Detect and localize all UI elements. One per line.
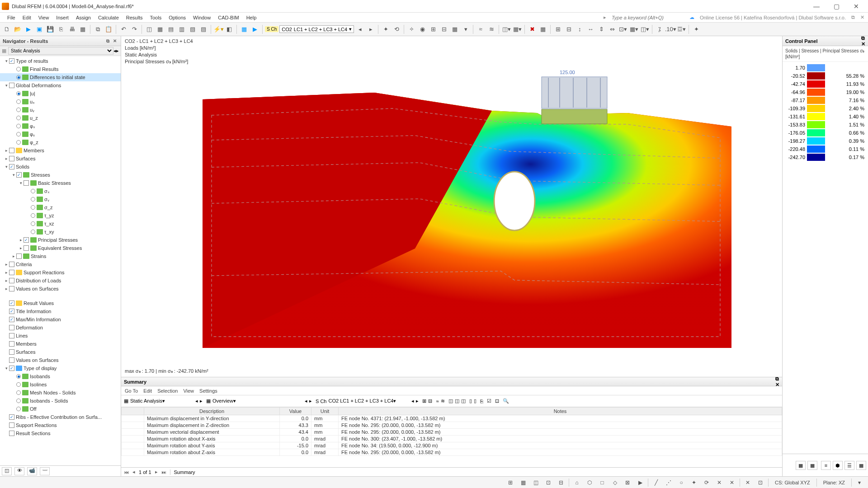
t11-button[interactable]: ◫▾ [501, 24, 511, 34]
analysis-type-combo[interactable]: Static Analysis [8, 47, 113, 55]
t12-button[interactable]: ▦▾ [512, 24, 522, 34]
tree-item[interactable]: ▸Support Reactions [0, 268, 121, 277]
panel-pin-button[interactable]: ⧉ [104, 38, 111, 44]
summary-grid[interactable]: DescriptionValueUnitNotesMaximum displac… [121, 407, 782, 467]
stool7-button[interactable]: ◫ [461, 398, 466, 404]
stool6-button[interactable]: ◫ [455, 398, 459, 404]
snext2-button[interactable]: ▸ [309, 398, 312, 404]
menu-insert[interactable]: Insert [52, 14, 72, 21]
t25-button[interactable]: .10▾ [665, 24, 675, 34]
save-button[interactable]: 💾 [45, 24, 55, 34]
t5-button[interactable]: ⊞ [428, 24, 438, 34]
sb18-button[interactable]: ✕ [727, 478, 737, 487]
t13-button[interactable]: ✖ [527, 24, 537, 34]
nav-next-button[interactable]: ▸ [116, 48, 119, 54]
redo-button[interactable]: ↷ [129, 24, 139, 34]
stool8-button[interactable]: ▯ [469, 398, 472, 404]
summary-overview-combo[interactable]: Overview▾ [212, 398, 303, 404]
tree-item[interactable]: ▾Solids [0, 163, 121, 171]
tree-item[interactable]: Off [0, 405, 121, 413]
saveas-button[interactable]: ⎘ [56, 24, 66, 34]
t16-button[interactable]: ⊟ [564, 24, 574, 34]
menu-edit[interactable]: Edit [19, 14, 35, 21]
sb12-button[interactable]: ╱ [651, 478, 661, 487]
sb8-button[interactable]: □ [597, 478, 607, 487]
nav-tab3-button[interactable]: 📹 [27, 467, 37, 475]
tree-item[interactable]: φ_z [0, 138, 121, 146]
copy-button[interactable]: ⧉ [93, 24, 103, 34]
tree-item[interactable]: ▸Surfaces [0, 155, 121, 163]
stool2-button[interactable]: ⊟ [428, 398, 432, 404]
print-preview-button[interactable]: ▦ [78, 24, 88, 34]
t8-button[interactable]: ▾ [461, 24, 471, 34]
table-row[interactable]: Maximum displacement in Y-direction0.0mm… [122, 415, 782, 422]
print-button[interactable]: 🖶 [67, 24, 77, 34]
sb4-button[interactable]: ⊡ [543, 478, 553, 487]
page-last-button[interactable]: ⏭ [161, 469, 166, 475]
sprev1-button[interactable]: ◂ [195, 398, 198, 404]
tree-item[interactable]: σᵧ [0, 195, 121, 203]
summary-menu-edit[interactable]: Edit [143, 388, 152, 394]
panel-close-button[interactable]: ✕ [112, 38, 118, 44]
tree-item[interactable]: |u| [0, 89, 121, 98]
sb14-button[interactable]: ○ [676, 478, 686, 487]
nav-tab4-button[interactable]: 〰 [40, 467, 50, 475]
sb-end-button[interactable]: ▾ [854, 478, 864, 487]
menu-file[interactable]: File [4, 14, 19, 21]
tree-item[interactable]: ▾Stresses [0, 171, 121, 179]
view1-button[interactable]: ◫ [144, 24, 154, 34]
sb13-button[interactable]: ⋰ [664, 478, 674, 487]
nav-tab2-button[interactable]: 👁 [14, 467, 24, 475]
table-row[interactable]: Maximum rotation about Y-axis-15.0mradFE… [122, 442, 782, 449]
tree-item[interactable]: ▾Global Deformations [0, 81, 121, 89]
tree-item[interactable]: Support Reactions [0, 421, 121, 429]
t10-button[interactable]: ≋ [486, 24, 496, 34]
tree-item[interactable]: u_z [0, 114, 121, 122]
lc-button[interactable]: ◧ [224, 24, 234, 34]
stool4-button[interactable]: ≋ [441, 398, 445, 404]
sb19-button[interactable]: ✕ [743, 478, 753, 487]
sb17-button[interactable]: ✕ [714, 478, 724, 487]
tree-item[interactable]: Ribs - Effective Contribution on Surfa..… [0, 413, 121, 421]
tree-item[interactable]: ▾Type of results [0, 57, 121, 65]
tree-item[interactable]: φₓ [0, 122, 121, 130]
stool3-button[interactable]: ≈ [436, 399, 439, 404]
tree-item[interactable]: σ_z [0, 203, 121, 211]
inner-close-button[interactable]: ✕ [860, 14, 864, 20]
sb7-button[interactable]: ⬡ [585, 478, 594, 487]
page-first-button[interactable]: ⏮ [124, 469, 129, 475]
close-button[interactable]: ✕ [846, 0, 866, 13]
tree-item[interactable]: τ_xz [0, 220, 121, 228]
view3-button[interactable]: ▤ [166, 24, 176, 34]
keyword-search-input[interactable] [612, 15, 684, 20]
sb15-button[interactable]: ✦ [689, 478, 699, 487]
calc-button[interactable]: ▣ [34, 24, 44, 34]
summary-analysis-combo[interactable]: Static Analysis▾ [130, 398, 193, 404]
view6-button[interactable]: ▨ [198, 24, 208, 34]
t21-button[interactable]: ⊡▾ [618, 24, 628, 34]
t23-button[interactable]: ◫▾ [640, 24, 650, 34]
tree-item[interactable]: Deformation [0, 324, 121, 332]
tree-item[interactable]: Mesh Nodes - Solids [0, 389, 121, 397]
t19-button[interactable]: ⇕ [596, 24, 606, 34]
menu-results[interactable]: Results [123, 14, 146, 21]
menu-assign[interactable]: Assign [72, 14, 94, 21]
tree-item[interactable]: Result Values [0, 299, 121, 307]
tree-item[interactable]: ▾Type of display [0, 364, 121, 372]
tree-item[interactable]: Lines [0, 332, 121, 340]
tree-item[interactable]: Result Sections [0, 429, 121, 437]
tree-item[interactable]: ▸Strains [0, 252, 121, 260]
t1-button[interactable]: ✦ [381, 24, 391, 34]
prev-lc-button[interactable]: ◂ [355, 24, 365, 34]
sb20-button[interactable]: ⊡ [755, 478, 765, 487]
menu-window[interactable]: Window [189, 14, 214, 21]
model-viewport[interactable]: CO2 - LC1 + LC2 + LC3 + LC4 Loads [kN/m²… [121, 36, 782, 377]
summary-lc-combo[interactable]: CO2 LC1 + LC2 + LC3 + LC4▾ [328, 398, 410, 404]
menu-options[interactable]: Options [165, 14, 189, 21]
minimize-button[interactable]: — [807, 0, 826, 13]
tree-item[interactable]: τ_xy [0, 228, 121, 236]
sb3-button[interactable]: ◫ [531, 478, 541, 487]
sb5-button[interactable]: ⊟ [556, 478, 566, 487]
page-next-button[interactable]: ▸ [155, 469, 158, 475]
tree-item[interactable]: τ_yz [0, 211, 121, 220]
